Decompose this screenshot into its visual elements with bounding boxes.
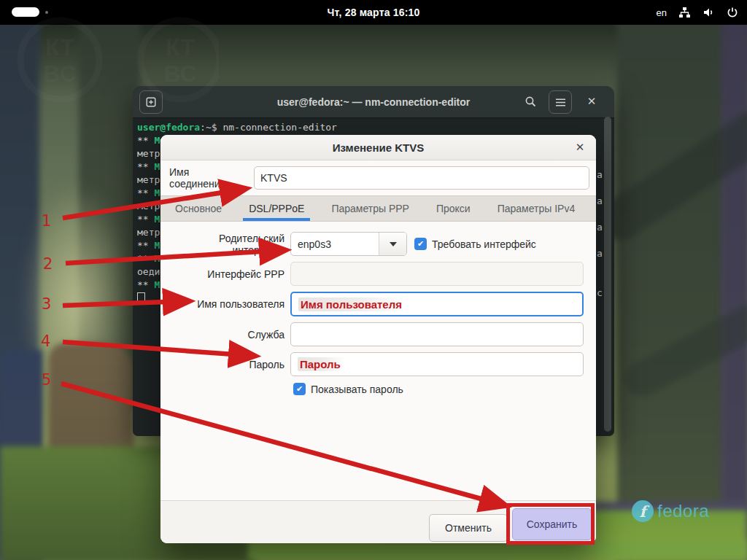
- show-password-checkbox[interactable]: ✔: [293, 383, 306, 395]
- tab-dsl-pppoe[interactable]: DSL/PPPoE: [243, 196, 310, 221]
- show-password-option[interactable]: ✔ Показывать пароль: [293, 383, 596, 395]
- terminal-cursor: [137, 292, 145, 305]
- volume-icon: [703, 7, 715, 18]
- parent-interface-row: Родительский интерфейс enp0s3 ✔ Требоват…: [169, 232, 584, 256]
- service-row: Служба: [169, 322, 584, 346]
- tab-ipv4-settings[interactable]: Параметры IPv4: [492, 196, 581, 221]
- wallpaper-trunk: [721, 0, 747, 560]
- edit-connection-dialog: Изменение KTVS ✕ Имя соединения Основное…: [160, 135, 596, 543]
- tab-general[interactable]: Основное: [169, 196, 228, 221]
- connection-name-label: Имя соединения: [169, 166, 248, 190]
- terminal-line-tail: c: [597, 287, 603, 300]
- power-icon: [727, 7, 738, 18]
- terminal-scrollbar[interactable]: [604, 117, 611, 432]
- cancel-button[interactable]: Отменить: [429, 514, 508, 542]
- fedora-wordmark: fedora: [657, 501, 709, 521]
- dsl-pppoe-page: Родительский интерфейс enp0s3 ✔ Требоват…: [160, 222, 596, 395]
- network-hierarchy-icon: [678, 7, 691, 18]
- terminal-close-button[interactable]: ✕: [581, 90, 603, 112]
- terminal-line-tail: a: [597, 248, 603, 261]
- chevron-down-icon: [390, 242, 397, 250]
- ppp-interface-row: Интерфейс PPP: [169, 262, 584, 286]
- parent-interface-combo[interactable]: enp0s3: [290, 232, 407, 256]
- combo-dropdown-button[interactable]: [379, 233, 406, 255]
- password-label: Пароль: [169, 359, 285, 370]
- save-button[interactable]: Сохранить: [512, 508, 592, 540]
- password-annotation-text: Пароль: [298, 357, 345, 371]
- parent-interface-value: enp0s3: [291, 238, 379, 250]
- keyboard-layout-indicator[interactable]: en: [657, 7, 667, 18]
- terminal-line-tail: a: [597, 195, 603, 209]
- show-password-label: Показывать пароль: [311, 384, 403, 395]
- username-input[interactable]: Имя пользователя: [290, 292, 584, 316]
- ppp-interface-label: Интерфейс PPP: [169, 268, 285, 280]
- tab-proxy[interactable]: Прокси: [430, 196, 476, 221]
- clock[interactable]: Чт, 28 марта 16:10: [0, 0, 747, 25]
- tab-ppp-settings[interactable]: Параметры PPP: [325, 196, 415, 221]
- fedora-logo: f fedora: [632, 500, 709, 522]
- tab-bar: Основное DSL/PPPoE Параметры PPP Прокси …: [160, 195, 596, 222]
- new-tab-button[interactable]: [139, 90, 163, 114]
- search-button[interactable]: [519, 90, 541, 112]
- username-row: Имя пользователя Имя пользователя: [169, 292, 584, 316]
- require-interface-checkbox[interactable]: ✔: [414, 238, 427, 250]
- terminal-header: user@fedora:~ — nm-connection-editor ✕: [133, 86, 614, 118]
- connection-name-input[interactable]: [254, 166, 589, 190]
- hamburger-menu-button[interactable]: [549, 90, 572, 114]
- ppp-interface-input: [290, 262, 584, 286]
- connection-name-row: Имя соединения: [160, 160, 596, 195]
- username-annotation-text: Имя пользователя: [298, 298, 406, 311]
- hamburger-icon: [555, 98, 566, 107]
- service-label: Служба: [169, 329, 285, 341]
- password-row: Пароль Пароль: [169, 352, 584, 376]
- search-icon: [525, 96, 537, 108]
- terminal-line-tail: a: [597, 169, 603, 182]
- wallpaper-trunk: [617, 0, 727, 560]
- terminal-title: user@fedora:~ — nm-connection-editor: [133, 86, 614, 117]
- require-interface-option[interactable]: ✔ Требовать интерфейс: [414, 238, 536, 250]
- parent-interface-label: Родительский интерфейс: [169, 233, 285, 256]
- system-status-area[interactable]: en: [657, 0, 738, 25]
- dialog-titlebar: Изменение KTVS ✕: [160, 135, 596, 160]
- gnome-top-bar: Чт, 28 марта 16:10 en: [0, 0, 747, 25]
- dialog-title: Изменение KTVS: [333, 141, 425, 154]
- dialog-close-button[interactable]: ✕: [573, 140, 587, 155]
- username-label: Имя пользователя: [169, 298, 285, 310]
- terminal-line-tail: a: [597, 222, 603, 235]
- new-tab-icon: [145, 96, 157, 108]
- service-input[interactable]: [290, 322, 584, 346]
- require-interface-label: Требовать интерфейс: [432, 238, 536, 250]
- password-input[interactable]: Пароль: [290, 352, 584, 376]
- terminal-line: user@fedora:~$ nm-connection-editor: [137, 121, 603, 134]
- fedora-f-icon: f: [632, 500, 654, 522]
